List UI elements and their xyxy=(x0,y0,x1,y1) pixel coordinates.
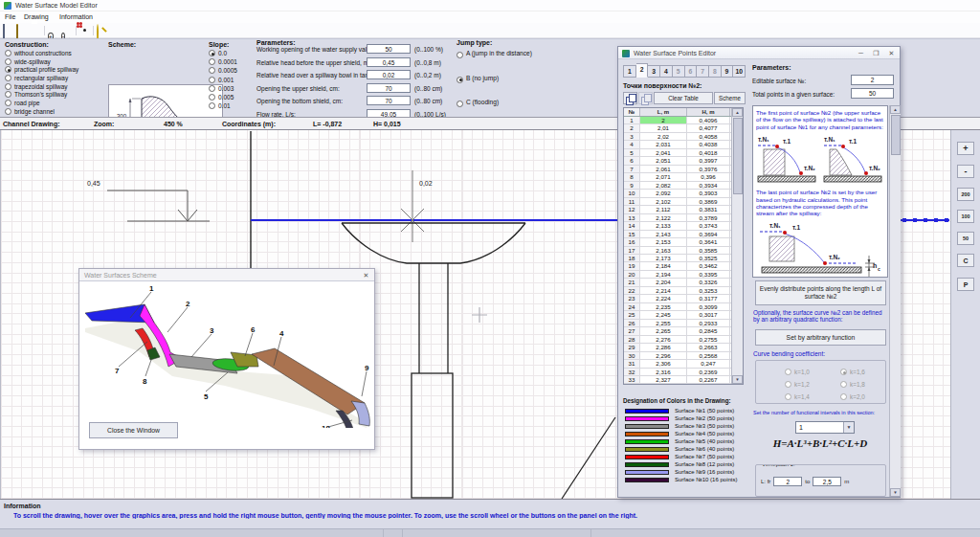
cell-l[interactable]: 2,041 xyxy=(640,149,687,156)
zoom-100-button[interactable]: 100 xyxy=(957,210,974,223)
radio-icon[interactable] xyxy=(209,58,215,65)
radio-icon[interactable] xyxy=(840,381,847,388)
construction-option[interactable]: bridge channel xyxy=(5,107,106,116)
cell-l[interactable]: 2,296 xyxy=(640,352,687,359)
cell-h[interactable]: 0,2845 xyxy=(687,327,730,334)
radio-icon[interactable] xyxy=(209,77,215,83)
copy-icon[interactable] xyxy=(623,92,637,104)
coefficient-option[interactable]: k=2,0 xyxy=(840,391,896,403)
surface-tab[interactable]: 7 xyxy=(697,65,709,78)
surface-tab[interactable]: 10 xyxy=(733,65,746,78)
slope-option[interactable]: 0.0001 xyxy=(209,57,255,66)
interval-from-input[interactable]: 2 xyxy=(773,477,802,486)
scroll-up-icon[interactable]: ▲ xyxy=(890,105,901,114)
table-row[interactable]: 22 2,214 0,3253 xyxy=(624,287,743,295)
cell-h[interactable]: 0,3177 xyxy=(687,295,730,302)
menu-drawing[interactable]: Drawing xyxy=(24,13,49,20)
radio-icon[interactable] xyxy=(209,67,215,74)
cell-l[interactable]: 2,235 xyxy=(640,303,687,310)
close-icon[interactable]: ✕ xyxy=(884,48,899,58)
table-row[interactable]: 2 2,01 0,4077 xyxy=(624,124,743,132)
scroll-down-icon[interactable]: ▼ xyxy=(890,488,901,497)
table-row[interactable]: 19 2,184 0,3462 xyxy=(624,262,743,270)
table-row[interactable]: 8 2,071 0,396 xyxy=(624,173,743,181)
cell-l[interactable]: 2,153 xyxy=(640,238,687,245)
cell-l[interactable]: 2,286 xyxy=(640,344,687,350)
table-row[interactable]: 1 2 0,4096 xyxy=(624,117,743,124)
radio-icon[interactable] xyxy=(209,94,215,101)
cell-l[interactable]: 2,224 xyxy=(640,295,687,302)
slope-option[interactable]: 0.0 xyxy=(209,49,255,57)
surface-tab[interactable]: 8 xyxy=(709,65,722,78)
panel-scrollbar[interactable]: ▲ ▼ xyxy=(889,105,901,497)
slope-option[interactable]: 0.003 xyxy=(209,84,255,93)
cell-h[interactable]: 0,3789 xyxy=(687,214,730,221)
coefficient-option[interactable]: k=1,6 xyxy=(840,366,896,378)
cell-h[interactable]: 0,4058 xyxy=(687,133,730,140)
save-file-icon[interactable] xyxy=(30,25,41,36)
cell-h[interactable]: 0,3694 xyxy=(687,231,730,237)
cell-h[interactable]: 0,247 xyxy=(687,360,730,367)
color-points-icon[interactable] xyxy=(79,25,91,36)
cell-h[interactable]: 0,3525 xyxy=(687,255,730,261)
cell-h[interactable]: 0,3831 xyxy=(687,206,730,213)
zoom-200-button[interactable]: 200 xyxy=(957,188,974,201)
coefficient-option[interactable]: k=1,4 xyxy=(785,391,840,403)
cell-l[interactable]: 2,316 xyxy=(640,369,687,375)
close-icon[interactable]: ✕ xyxy=(359,270,373,280)
table-row[interactable]: 24 2,235 0,3099 xyxy=(624,303,743,311)
cell-h[interactable]: 0,3326 xyxy=(687,279,730,285)
radio-icon[interactable] xyxy=(785,393,791,400)
cell-h[interactable]: 0,4077 xyxy=(687,124,730,131)
cell-l[interactable]: 2,02 xyxy=(640,133,687,140)
table-row[interactable]: 32 2,316 0,2369 xyxy=(624,369,743,376)
radio-icon[interactable] xyxy=(5,75,11,81)
cell-l[interactable]: 2,061 xyxy=(640,166,687,172)
cell-h[interactable]: 0,3017 xyxy=(687,311,730,318)
cell-l[interactable]: 2,194 xyxy=(640,271,687,278)
parameter-input[interactable]: 0,45 xyxy=(367,57,411,67)
scroll-up-icon[interactable]: ▲ xyxy=(732,108,743,117)
cell-l[interactable]: 2,265 xyxy=(640,327,687,334)
cell-h[interactable]: 0,2267 xyxy=(687,376,730,383)
cell-l[interactable]: 2,092 xyxy=(640,190,687,196)
cell-l[interactable]: 2,082 xyxy=(640,182,687,189)
radio-icon[interactable] xyxy=(785,369,791,375)
surface-tab[interactable]: 6 xyxy=(685,65,698,78)
radio-icon[interactable] xyxy=(209,85,215,92)
table-row[interactable]: 20 2,194 0,3395 xyxy=(624,271,743,279)
paste-icon[interactable] xyxy=(638,92,653,104)
table-row[interactable]: 12 2,112 0,3831 xyxy=(624,206,743,213)
table-row[interactable]: 23 2,224 0,3177 xyxy=(624,295,743,302)
cell-l[interactable]: 2,204 xyxy=(640,279,687,285)
cell-h[interactable]: 0,3743 xyxy=(687,222,730,229)
construction-option[interactable]: trapezoidal spillway xyxy=(5,82,106,91)
distribute-points-button[interactable]: Evenly distribute points along the lengt… xyxy=(755,280,886,305)
open-file-icon[interactable] xyxy=(16,25,28,36)
cell-h[interactable]: 0,2663 xyxy=(687,344,730,350)
parameter-input[interactable]: 50 xyxy=(367,44,411,54)
construction-option[interactable]: without constructions xyxy=(5,49,106,57)
radio-icon[interactable] xyxy=(457,101,463,107)
cell-l[interactable]: 2,184 xyxy=(640,262,687,269)
cell-h[interactable]: 0,2755 xyxy=(687,336,730,343)
cell-l[interactable]: 2 xyxy=(640,117,687,123)
interval-to-input[interactable]: 2,5 xyxy=(813,477,841,486)
cell-l[interactable]: 2,327 xyxy=(640,376,687,383)
table-row[interactable]: 5 2,041 0,4018 xyxy=(624,149,743,157)
construction-option[interactable]: Thomson's spillway xyxy=(5,90,106,99)
table-row[interactable]: 13 2,122 0,3789 xyxy=(624,214,743,222)
close-window-button[interactable]: Close the Window xyxy=(89,422,178,438)
radio-icon[interactable] xyxy=(5,91,11,98)
table-row[interactable]: 9 2,082 0,3934 xyxy=(624,182,743,190)
cell-l[interactable]: 2,01 xyxy=(640,124,687,131)
slope-option[interactable]: 0.0005 xyxy=(209,66,255,75)
coefficient-option[interactable]: k=1,8 xyxy=(840,378,896,391)
cell-l[interactable]: 2,112 xyxy=(640,206,687,213)
new-file-icon[interactable] xyxy=(3,25,14,36)
table-row[interactable]: 31 2,306 0,247 xyxy=(624,360,743,368)
cell-h[interactable]: 0,3099 xyxy=(687,303,730,310)
cell-l[interactable]: 2,143 xyxy=(640,231,687,237)
table-row[interactable]: 7 2,061 0,3976 xyxy=(624,166,743,173)
surface-tab[interactable]: 1 xyxy=(623,65,636,78)
